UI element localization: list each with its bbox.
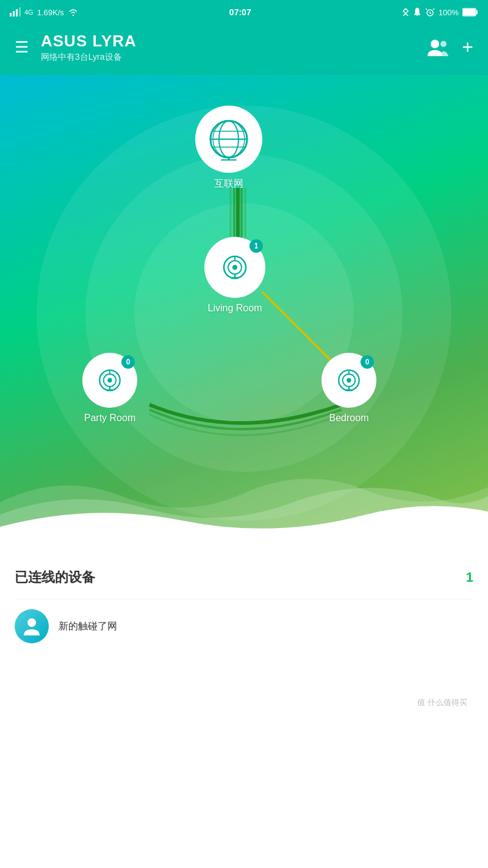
svg-point-13 bbox=[440, 41, 447, 47]
svg-rect-39 bbox=[106, 389, 113, 391]
device-avatar bbox=[15, 609, 49, 643]
device-avatar-icon bbox=[21, 616, 42, 637]
wifi-status-icon bbox=[68, 8, 79, 16]
bottom-section: 已连线的设备 1 新的触碰了网 值 什么值得买 bbox=[0, 551, 488, 722]
speed-indicator: 1.69K/s bbox=[37, 8, 64, 17]
bluetooth-icon bbox=[402, 7, 409, 17]
app-title: ASUS LYRA bbox=[41, 32, 137, 51]
svg-line-8 bbox=[433, 9, 434, 10]
status-left: 4G 1.69K/s bbox=[10, 7, 79, 18]
battery-percent: 100% bbox=[439, 8, 459, 17]
status-bar: 4G 1.69K/s 07:07 100% bbox=[0, 0, 488, 24]
status-right: 100% bbox=[402, 7, 478, 17]
globe-icon bbox=[207, 118, 250, 161]
svg-rect-3 bbox=[19, 7, 21, 16]
svg-line-7 bbox=[426, 9, 427, 10]
bell-icon bbox=[413, 7, 422, 17]
svg-point-12 bbox=[431, 40, 439, 48]
status-time: 07:07 bbox=[229, 7, 251, 17]
device-info: 新的触碰了网 bbox=[59, 620, 473, 633]
bedroom-label: Bedroom bbox=[329, 413, 369, 424]
network-diagram-area: 互联网 1 Living Room bbox=[0, 75, 488, 551]
wave-decoration bbox=[0, 454, 488, 551]
alarm-icon bbox=[425, 7, 435, 17]
users-icon[interactable] bbox=[426, 38, 450, 57]
party-room-circle: 0 bbox=[82, 353, 137, 408]
header-icons: + bbox=[426, 36, 473, 59]
router-icon-party bbox=[94, 364, 126, 396]
internet-label: 互联网 bbox=[214, 178, 243, 190]
bedroom-node[interactable]: 0 Bedroom bbox=[321, 353, 376, 424]
watermark-area: 值 什么值得买 bbox=[15, 665, 473, 714]
svg-point-46 bbox=[27, 618, 36, 627]
svg-point-42 bbox=[346, 378, 351, 382]
battery-icon bbox=[462, 8, 478, 16]
router-icon-bedroom bbox=[333, 364, 365, 396]
signal-2g bbox=[10, 7, 21, 18]
bedroom-badge: 0 bbox=[361, 355, 374, 369]
svg-rect-33 bbox=[231, 277, 239, 279]
living-room-node[interactable]: 1 Living Room bbox=[204, 237, 265, 314]
connected-devices-header: 已连线的设备 1 bbox=[15, 568, 473, 587]
internet-node[interactable]: 互联网 bbox=[195, 106, 262, 190]
svg-rect-2 bbox=[16, 9, 18, 16]
svg-point-30 bbox=[232, 265, 237, 270]
hamburger-menu[interactable]: ☰ bbox=[15, 38, 29, 57]
party-room-node[interactable]: 0 Party Room bbox=[82, 353, 137, 424]
header-left: ☰ ASUS LYRA 网络中有3台Lyra设备 bbox=[15, 32, 137, 63]
svg-rect-0 bbox=[10, 13, 12, 16]
device-item[interactable]: 新的触碰了网 bbox=[15, 599, 473, 653]
signal-4g: 4G bbox=[24, 9, 34, 16]
living-room-badge: 1 bbox=[249, 239, 263, 253]
add-button[interactable]: + bbox=[462, 36, 473, 59]
living-room-circle: 1 bbox=[204, 237, 265, 298]
bedroom-circle: 0 bbox=[321, 353, 376, 408]
header-title-block: ASUS LYRA 网络中有3台Lyra设备 bbox=[41, 32, 137, 63]
living-room-label: Living Room bbox=[208, 303, 262, 314]
connected-devices-title: 已连线的设备 bbox=[15, 568, 95, 587]
connected-devices-count: 1 bbox=[466, 570, 473, 585]
router-icon-living bbox=[218, 250, 252, 284]
device-name: 新的触碰了网 bbox=[59, 621, 117, 631]
svg-point-36 bbox=[107, 378, 112, 382]
svg-rect-11 bbox=[476, 10, 478, 14]
party-room-badge: 0 bbox=[121, 355, 135, 369]
app-subtitle: 网络中有3台Lyra设备 bbox=[41, 52, 137, 63]
watermark-text: 值 什么值得买 bbox=[417, 697, 467, 708]
svg-rect-1 bbox=[13, 11, 15, 16]
svg-rect-45 bbox=[345, 389, 352, 391]
internet-node-circle bbox=[195, 106, 262, 173]
party-room-label: Party Room bbox=[84, 413, 135, 424]
svg-rect-27 bbox=[221, 159, 237, 161]
app-header: ☰ ASUS LYRA 网络中有3台Lyra设备 + bbox=[0, 24, 488, 75]
svg-rect-10 bbox=[463, 9, 475, 15]
